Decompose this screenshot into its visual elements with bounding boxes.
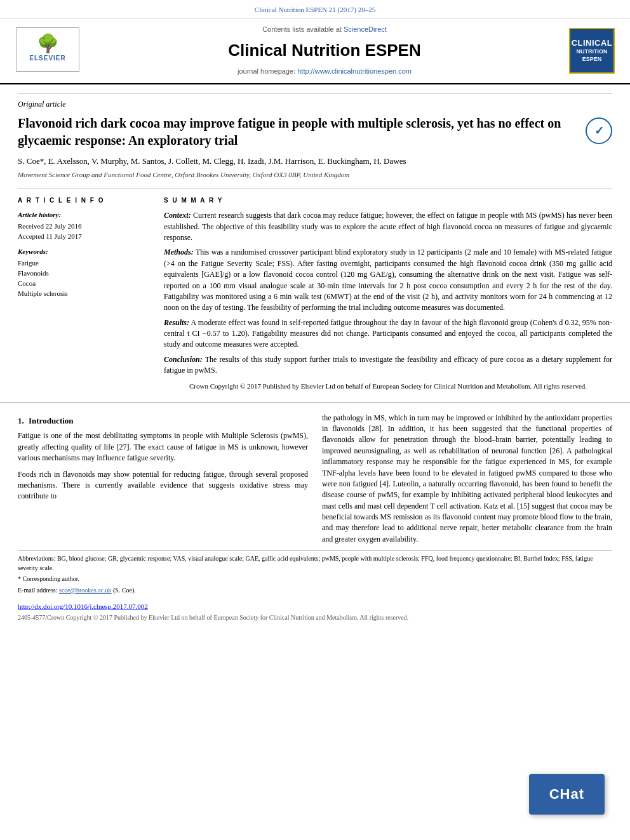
doi-link[interactable]: http://dx.doi.org/10.1016/j.clnesp.2017.… (18, 603, 148, 610)
body-two-col: 1. Introduction Fatigue is one of the mo… (0, 413, 630, 550)
conclusion-heading: Conclusion: (164, 355, 203, 364)
summary-context: Context: Current research suggests that … (164, 210, 612, 243)
conclusion-text: The results of this study support furthe… (164, 355, 612, 375)
doi-line: http://dx.doi.org/10.1016/j.clnesp.2017.… (18, 602, 612, 612)
journal-citation: Clinical Nutrition ESPEN 21 (2017) 20–25 (255, 6, 375, 13)
elsevier-tree-icon: 🌳 (37, 35, 59, 53)
context-text: Current research suggests that dark coco… (164, 211, 612, 242)
intro-section-title: Introduction (29, 416, 74, 425)
keywords-title: Keywords: (18, 247, 151, 257)
body-left-col: 1. Introduction Fatigue is one of the mo… (18, 413, 308, 550)
received-date: Received 22 July 2016 (18, 222, 151, 232)
results-text: A moderate effect was found in self-repo… (164, 318, 612, 349)
article-section: Original article Flavonoid rich dark coc… (0, 84, 630, 392)
elsevier-logo-box: 🌳 ELSEVIER (16, 27, 79, 72)
authors-text: S. Coe*, E. Axelsson, V. Murphy, M. Sant… (18, 156, 406, 166)
body-right-col: the pathology in MS, which in turn may b… (322, 413, 612, 550)
footnote-corresponding: * Corresponding author. (18, 575, 612, 584)
homepage-label: journal homepage: (238, 67, 295, 75)
intro-para2: Foods rich in flavonoids may show potent… (18, 469, 308, 502)
article-type: Original article (18, 93, 612, 110)
email-label: E-mail address: (18, 587, 59, 594)
keyword-flavonoids: Flavonoids (18, 269, 151, 279)
keyword-ms: Multiple sclerosis (18, 289, 151, 299)
article-info-label: A R T I C L E I N F O (18, 196, 151, 206)
two-col-info-summary: A R T I C L E I N F O Article history: R… (18, 188, 612, 392)
authors-line: S. Coe*, E. Axelsson, V. Murphy, M. Sant… (18, 156, 612, 168)
article-info-col: A R T I C L E I N F O Article history: R… (18, 196, 151, 392)
copyright-line: Crown Copyright © 2017 Published by Else… (164, 382, 612, 392)
footnote-email: E-mail address: scoe@brookes.ac.uk (S. C… (18, 586, 612, 596)
summary-results: Results: A moderate effect was found in … (164, 317, 612, 350)
footnote-abbreviations: Abbreviations: BG, blood glucose; GR, gl… (18, 554, 612, 573)
elsevier-label: ELSEVIER (29, 54, 65, 63)
email-name: (S. Coe). (113, 587, 136, 594)
header-right-logo: CLINICAL NUTRITION ESPEN (566, 25, 617, 77)
summary-label: S U M M A R Y (164, 196, 612, 206)
email-link[interactable]: scoe@brookes.ac.uk (59, 587, 112, 594)
right-col-para1: the pathology in MS, which in turn may b… (322, 413, 612, 545)
cn-badge-line2: NUTRITION (577, 48, 608, 56)
bottom-links: http://dx.doi.org/10.1016/j.clnesp.2017.… (0, 597, 630, 625)
section-divider (0, 402, 630, 403)
article-title-row: Flavonoid rich dark cocoa may improve fa… (18, 115, 612, 149)
journal-homepage: journal homepage: http://www.clinicalnut… (238, 67, 412, 77)
keyword-fatigue: Fatigue (18, 258, 151, 269)
crossmark-icon: ✓ (586, 117, 612, 144)
homepage-url[interactable]: http://www.clinicalnutritionespen.com (297, 67, 412, 75)
footnote-area: Abbreviations: BG, blood glucose; GR, gl… (18, 550, 612, 595)
results-heading: Results: (164, 318, 189, 327)
chat-button[interactable]: CHat (529, 774, 605, 815)
keyword-cocoa: Cocoa (18, 279, 151, 289)
elsevier-logo: 🌳 ELSEVIER (13, 25, 83, 77)
article-history-title: Article history: (18, 210, 151, 220)
intro-section-heading: 1. Introduction (18, 415, 308, 427)
cn-espen-badge: CLINICAL NUTRITION ESPEN (569, 28, 615, 74)
issn-line: 2405-4577/Crown Copyright © 2017 Publish… (18, 613, 612, 623)
methods-heading: Methods: (164, 248, 194, 257)
accepted-date: Accepted 11 July 2017 (18, 232, 151, 242)
summary-col: S U M M A R Y Context: Current research … (164, 196, 612, 392)
summary-methods: Methods: This was a randomised crossover… (164, 247, 612, 313)
top-journal-line: Clinical Nutrition ESPEN 21 (2017) 20–25 (0, 0, 630, 18)
affiliation-line: Movement Science Group and Functional Fo… (18, 170, 612, 180)
journal-main-title: Clinical Nutrition ESPEN (228, 39, 420, 63)
context-heading: Context: (164, 211, 191, 220)
science-direct-link[interactable]: ScienceDirect (344, 25, 387, 33)
keywords-section: Keywords: Fatigue Flavonoids Cocoa Multi… (18, 247, 151, 299)
header-center: Contents lists available at ScienceDirec… (91, 25, 558, 77)
intro-section-num: 1. (18, 416, 24, 425)
page-wrapper: Clinical Nutrition ESPEN 21 (2017) 20–25… (0, 0, 630, 840)
cn-badge-line3: ESPEN (582, 56, 602, 63)
header-area: 🌳 ELSEVIER Contents lists available at S… (0, 18, 630, 84)
keywords-list: Fatigue Flavonoids Cocoa Multiple sclero… (18, 258, 151, 299)
article-title: Flavonoid rich dark cocoa may improve fa… (18, 115, 575, 149)
contents-line: Contents lists available at ScienceDirec… (262, 25, 387, 35)
contents-text: Contents lists available at (262, 25, 342, 33)
cn-badge-line1: CLINICAL (572, 38, 613, 49)
summary-conclusion: Conclusion: The results of this study su… (164, 354, 612, 377)
methods-text: This was a randomised crossover particip… (164, 248, 612, 312)
intro-para1: Fatigue is one of the most debilitating … (18, 430, 308, 463)
crossmark-badge: ✓ (586, 117, 612, 144)
article-received: Received 22 July 2016 Accepted 11 July 2… (18, 222, 151, 242)
